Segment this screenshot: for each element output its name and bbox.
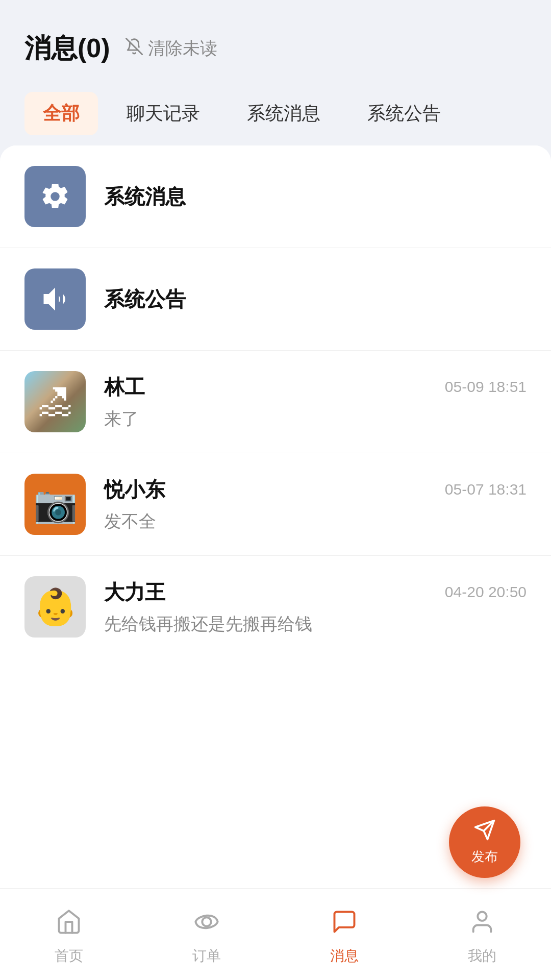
tab-system-notice[interactable]: 系统公告	[349, 92, 459, 135]
list-item[interactable]: 系统公告	[0, 248, 551, 351]
message-time: 04-20 20:50	[445, 583, 527, 601]
header: 消息(0) 清除未读	[0, 0, 551, 82]
chat-item-content: 大力王 04-20 20:50 先给钱再搬还是先搬再给钱	[104, 578, 527, 636]
tab-bar: 全部 聊天记录 系统消息 系统公告	[0, 82, 551, 135]
message-preview: 发不全	[104, 510, 527, 533]
nav-item-order[interactable]: 订单	[138, 903, 276, 966]
saturn-icon	[193, 909, 220, 941]
contact-avatar-lingong	[24, 371, 86, 432]
fab-label: 发布	[471, 848, 498, 866]
list-item[interactable]: 林工 05-09 18:51 来了	[0, 351, 551, 453]
list-item[interactable]: 系统消息	[0, 145, 551, 248]
home-icon	[56, 909, 82, 941]
message-time: 05-07 18:31	[445, 481, 527, 498]
nav-label-order: 订单	[192, 946, 221, 966]
contact-name: 大力王	[104, 578, 165, 606]
system-notice-content: 系统公告	[104, 285, 527, 313]
chat-item-top: 悦小东 05-07 18:31	[104, 476, 527, 504]
system-message-icon	[24, 166, 86, 227]
system-message-name: 系统消息	[104, 185, 186, 208]
svg-line-0	[126, 38, 142, 54]
tab-chat[interactable]: 聊天记录	[108, 92, 218, 135]
message-time: 05-09 18:51	[445, 378, 527, 396]
chat-item-top: 林工 05-09 18:51	[104, 373, 527, 401]
svg-point-4	[478, 912, 486, 920]
publish-fab[interactable]: 发布	[449, 806, 520, 878]
user-icon	[469, 909, 495, 941]
message-preview: 先给钱再搬还是先搬再给钱	[104, 612, 527, 636]
system-message-content: 系统消息	[104, 183, 527, 211]
tab-system-msg[interactable]: 系统消息	[229, 92, 339, 135]
nav-item-messages[interactable]: 消息	[276, 903, 413, 966]
system-notice-name: 系统公告	[104, 288, 186, 310]
chat-item-top: 大力王 04-20 20:50	[104, 578, 527, 606]
bell-slash-icon	[126, 38, 143, 59]
chat-item-content: 林工 05-09 18:51 来了	[104, 373, 527, 431]
contact-avatar-daliwang	[24, 576, 86, 638]
chat-icon	[331, 909, 358, 941]
bottom-navigation: 首页 订单 消息 我的	[0, 888, 551, 980]
svg-point-3	[202, 917, 211, 926]
message-preview: 来了	[104, 407, 527, 431]
nav-item-home[interactable]: 首页	[0, 903, 138, 966]
page-title: 消息(0)	[24, 31, 110, 66]
send-icon	[473, 819, 496, 846]
chat-item-content: 悦小东 05-07 18:31 发不全	[104, 476, 527, 533]
clear-unread-button[interactable]: 清除未读	[126, 37, 217, 60]
list-item[interactable]: 悦小东 05-07 18:31 发不全	[0, 453, 551, 556]
nav-item-mine[interactable]: 我的	[413, 903, 551, 966]
system-notice-icon	[24, 268, 86, 330]
contact-name: 悦小东	[104, 476, 165, 504]
nav-label-messages: 消息	[330, 946, 359, 966]
tab-all[interactable]: 全部	[24, 92, 98, 135]
contact-avatar-yuexiaodong	[24, 474, 86, 535]
nav-label-mine: 我的	[468, 946, 496, 966]
list-item[interactable]: 大力王 04-20 20:50 先给钱再搬还是先搬再给钱	[0, 556, 551, 658]
nav-label-home: 首页	[55, 946, 83, 966]
contact-name: 林工	[104, 373, 145, 401]
clear-unread-label: 清除未读	[148, 37, 217, 60]
